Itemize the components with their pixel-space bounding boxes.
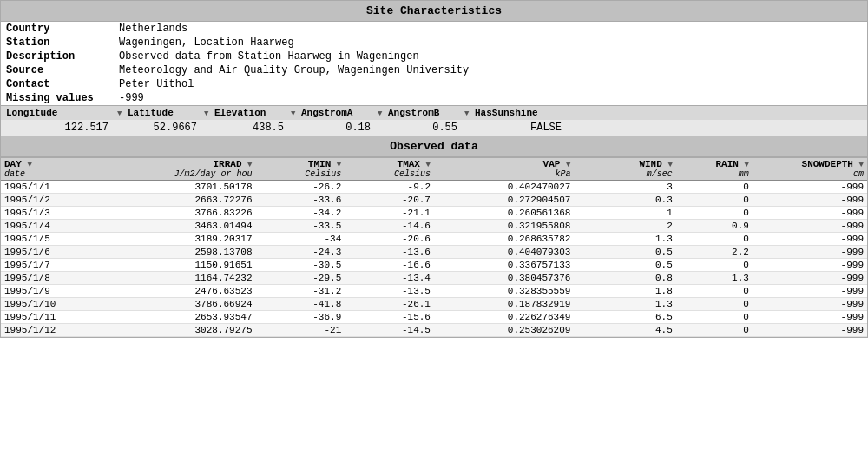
table-cell: 0 [676, 233, 753, 246]
col-tmin-header: TMIN ▼ [256, 158, 345, 170]
table-row: 1995/1/71150.91651-30.5-16.60.3367571330… [1, 259, 867, 272]
contact-value: Peter Uithol [114, 77, 867, 91]
column-header-row: DAY ▼ IRRAD ▼ TMIN ▼ TMAX ▼ VAP ▼ WIND ▼ [1, 158, 867, 170]
table-cell: 4.5 [574, 324, 675, 337]
table-cell: -31.2 [256, 285, 345, 298]
table-row: 1995/1/22663.72276-33.6-20.70.2729045070… [1, 194, 867, 207]
table-cell: 1150.91651 [115, 259, 255, 272]
table-cell: -20.7 [345, 194, 434, 207]
table-cell: 1995/1/2 [1, 194, 115, 207]
table-cell: 1995/1/5 [1, 233, 115, 246]
table-cell: 0.380457376 [434, 272, 574, 285]
table-cell: -999 [753, 285, 867, 298]
coord-header-row: Longitude ▼ Latitude ▼ Elevation ▼ Angst… [1, 106, 867, 121]
table-cell: 1995/1/10 [1, 298, 115, 311]
table-cell: 1995/1/8 [1, 272, 115, 285]
col-day-unit: date [1, 169, 115, 181]
table-cell: -14.6 [345, 220, 434, 233]
table-cell: 0.8 [574, 272, 675, 285]
angstromB-label: ▼ AngstromB [374, 106, 461, 121]
table-cell: 3 [574, 181, 675, 194]
table-cell: 1995/1/9 [1, 285, 115, 298]
table-cell: 0.226276349 [434, 311, 574, 324]
table-cell: -41.8 [256, 298, 345, 311]
table-cell: 0.3 [574, 194, 675, 207]
longitude-label: Longitude [1, 106, 114, 121]
table-row: 1995/1/62598.13708-24.3-13.60.4040793030… [1, 246, 867, 259]
col-vap-header: VAP ▼ [434, 158, 574, 170]
main-container: Site Characteristics Country Netherlands… [0, 0, 868, 338]
station-value: Wageningen, Location Haarweg [114, 36, 867, 50]
table-cell: 3463.01494 [115, 220, 255, 233]
col-snowdepth-header: SNOWDEPTH ▼ [753, 158, 867, 170]
longitude-value: 122.517 [1, 120, 114, 136]
table-cell: 1995/1/7 [1, 259, 115, 272]
table-row: 1995/1/123028.79275-21-14.50.2530262094.… [1, 324, 867, 337]
table-cell: -999 [753, 311, 867, 324]
table-cell: 0 [676, 298, 753, 311]
table-row: 1995/1/92476.63523-31.2-13.50.3283555591… [1, 285, 867, 298]
table-cell: -999 [753, 324, 867, 337]
table-cell: 1.3 [574, 233, 675, 246]
table-cell: -999 [753, 194, 867, 207]
table-cell: 1995/1/12 [1, 324, 115, 337]
table-cell: 1995/1/3 [1, 207, 115, 220]
table-cell: -999 [753, 298, 867, 311]
table-cell: -999 [753, 233, 867, 246]
table-cell: 1995/1/1 [1, 181, 115, 194]
table-cell: -13.6 [345, 246, 434, 259]
table-cell: 2 [574, 220, 675, 233]
table-cell: 1164.74232 [115, 272, 255, 285]
table-cell: -29.5 [256, 272, 345, 285]
table-cell: 6.5 [574, 311, 675, 324]
table-cell: -26.1 [345, 298, 434, 311]
table-cell: -999 [753, 259, 867, 272]
angstromA-value: 0.18 [287, 120, 374, 136]
table-cell: 0.268635782 [434, 233, 574, 246]
table-cell: -999 [753, 220, 867, 233]
table-row: 1995/1/112653.93547-36.9-15.60.226276349… [1, 311, 867, 324]
col-rain-unit: mm [676, 169, 753, 181]
elevation-value: 438.5 [201, 120, 287, 136]
table-cell: 0.272904507 [434, 194, 574, 207]
table-cell: -21 [256, 324, 345, 337]
country-value: Netherlands [114, 22, 867, 36]
table-cell: 0.187832919 [434, 298, 574, 311]
table-row: 1995/1/33766.83226-34.2-21.10.2605613681… [1, 207, 867, 220]
table-cell: 3786.66924 [115, 298, 255, 311]
table-cell: -999 [753, 272, 867, 285]
table-cell: 0.321955808 [434, 220, 574, 233]
country-row: Country Netherlands [1, 22, 867, 36]
site-characteristics-title: Site Characteristics [1, 1, 867, 22]
table-cell: -33.6 [256, 194, 345, 207]
observed-data-table: DAY ▼ IRRAD ▼ TMIN ▼ TMAX ▼ VAP ▼ WIND ▼ [1, 157, 867, 337]
angstromA-label: ▼ AngstromA [287, 106, 374, 121]
table-cell: -15.6 [345, 311, 434, 324]
table-cell: 0.336757133 [434, 259, 574, 272]
col-irrad-unit: J/m2/day or hou [115, 169, 255, 181]
source-value: Meteorology and Air Quality Group, Wagen… [114, 63, 867, 77]
description-value: Observed data from Station Haarweg in Wa… [114, 50, 867, 63]
table-row: 1995/1/103786.66924-41.8-26.10.187832919… [1, 298, 867, 311]
missing-value: -999 [114, 91, 867, 105]
col-irrad-header: IRRAD ▼ [115, 158, 255, 170]
coord-value-row: 122.517 52.9667 438.5 0.18 0.55 FALSE [1, 120, 867, 136]
contact-label: Contact [1, 77, 114, 91]
col-wind-unit: m/sec [574, 169, 675, 181]
country-label: Country [1, 22, 114, 36]
table-cell: -20.6 [345, 233, 434, 246]
coord-spacer [565, 106, 867, 121]
table-row: 1995/1/53189.20317-34-20.60.2686357821.3… [1, 233, 867, 246]
table-cell: 0 [676, 285, 753, 298]
table-cell: 0.404079303 [434, 246, 574, 259]
table-cell: -13.4 [345, 272, 434, 285]
table-cell: -9.2 [345, 181, 434, 194]
table-cell: 0 [676, 181, 753, 194]
missing-label: Missing values [1, 91, 114, 105]
coord-table: Longitude ▼ Latitude ▼ Elevation ▼ Angst… [1, 105, 867, 136]
col-day-header: DAY ▼ [1, 158, 115, 170]
table-cell: 0.402470027 [434, 181, 574, 194]
table-cell: -33.5 [256, 220, 345, 233]
table-cell: 2663.72276 [115, 194, 255, 207]
table-cell: -34.2 [256, 207, 345, 220]
